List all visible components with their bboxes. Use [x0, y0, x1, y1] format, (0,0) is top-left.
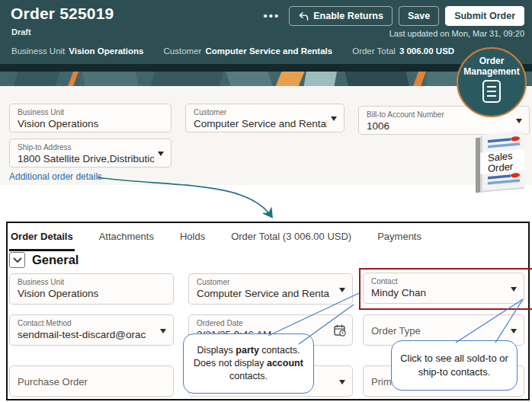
field-value: 1800 Satellite Drive,Distribution (: [18, 152, 154, 165]
purchase-order-field[interactable]: Purchase Order: [9, 365, 174, 397]
business-unit-field[interactable]: Business Unit Vision Operations: [9, 104, 171, 132]
svg-text:Order: Order: [488, 161, 514, 174]
order-summary-bar: Business UnitVision Operations CustomerC…: [11, 46, 454, 56]
summary-order-total: Order Total3 006.00 USD: [352, 46, 454, 56]
summary-business-unit: Business UnitVision Operations: [11, 46, 144, 56]
chevron-down-icon[interactable]: [511, 287, 517, 292]
chevron-down-icon[interactable]: [511, 329, 517, 333]
additional-order-details-link[interactable]: Additional order details: [9, 171, 102, 182]
order-management-badge: Order Management: [457, 47, 527, 117]
badge-label: Order Management: [463, 56, 519, 77]
undo-icon: [298, 11, 309, 21]
callout-text: Displays party contacts. Does not displa…: [184, 341, 313, 386]
chevron-down-icon[interactable]: [339, 288, 345, 292]
callout-text: Click to see all sold-to or ship-to cont…: [392, 349, 517, 381]
save-button[interactable]: Save: [399, 6, 439, 26]
chevron-down-icon: [13, 257, 22, 263]
tab-order-total[interactable]: Order Total (3 006.00 USD): [229, 226, 353, 251]
page-header: Order 525019 Draft ••• Enable Returns Sa…: [0, 0, 532, 64]
contact-field[interactable]: Contact Mindy Chan: [363, 273, 524, 304]
order-header-form: Business Unit Vision Operations Customer…: [0, 86, 532, 185]
section-title: General: [32, 253, 79, 267]
sales-order-icon: Sales Order: [470, 129, 532, 198]
business-unit-field[interactable]: Business Unit Vision Operations: [9, 273, 174, 305]
chevron-down-icon[interactable]: [331, 116, 337, 121]
tab-bar: Order Details Attachments Holds Order To…: [9, 226, 423, 251]
customer-field[interactable]: Customer Computer Service and Rentals: [185, 104, 345, 132]
tab-attachments[interactable]: Attachments: [98, 226, 155, 251]
document-list-icon: [482, 79, 502, 104]
collapse-section-button[interactable]: [9, 252, 25, 268]
header-actions: ••• Enable Returns Save Submit Order: [260, 6, 524, 26]
customer-field[interactable]: Customer Computer Service and Renta: [188, 273, 353, 305]
enable-returns-button[interactable]: Enable Returns: [289, 6, 393, 26]
tab-order-details[interactable]: Order Details: [9, 226, 75, 251]
submit-order-label: Submit Order: [454, 11, 515, 21]
chevron-down-icon[interactable]: [158, 152, 164, 156]
field-value: Computer Service and Rentals: [194, 117, 327, 130]
chevron-down-icon[interactable]: [516, 119, 522, 123]
decorative-banner: [0, 72, 532, 86]
sold-to-contacts-callout: Click to see all sold-to or ship-to cont…: [391, 340, 518, 391]
tab-holds[interactable]: Holds: [178, 226, 207, 251]
field-label: Customer: [194, 107, 327, 117]
field-label: Ship-to Address: [18, 142, 154, 152]
chevron-down-icon[interactable]: [160, 329, 166, 333]
summary-customer: CustomerComputer Service and Rentals: [164, 46, 333, 56]
ship-to-address-field[interactable]: Ship-to Address 1800 Satellite Drive,Dis…: [9, 139, 171, 168]
party-contacts-callout: Displays party contacts. Does not displa…: [183, 333, 314, 394]
chevron-down-icon[interactable]: [339, 380, 345, 384]
order-management-screen: Order 525019 Draft ••• Enable Returns Sa…: [0, 0, 532, 402]
general-section-header: General: [9, 252, 79, 268]
page-title: Order 525019: [11, 5, 114, 23]
field-value: Vision Operations: [18, 117, 154, 130]
field-label: Business Unit: [18, 107, 154, 117]
submit-order-button[interactable]: Submit Order: [445, 6, 524, 26]
tab-payments[interactable]: Payments: [376, 226, 423, 251]
last-updated-text: Last updated on Mon, Mar 31, 09:20: [389, 29, 524, 38]
calendar-icon[interactable]: [333, 324, 347, 340]
enable-returns-label: Enable Returns: [313, 11, 383, 21]
save-label: Save: [408, 11, 430, 21]
status-badge: Draft: [11, 27, 31, 37]
contact-method-field[interactable]: Contact Method sendmail-test-discard@ora…: [9, 314, 174, 346]
more-actions-icon[interactable]: •••: [260, 7, 283, 25]
header-divider: [0, 64, 532, 72]
order-details-panel: Order Details Attachments Holds Order To…: [6, 222, 530, 400]
